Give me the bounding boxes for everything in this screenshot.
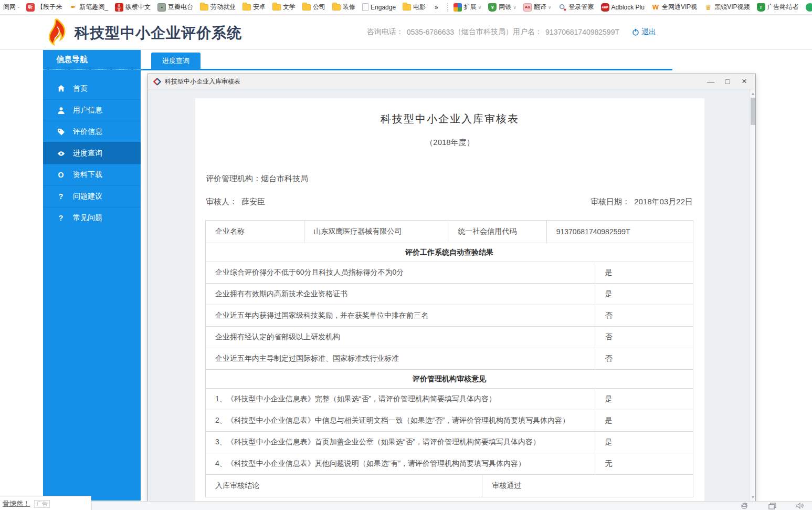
speaker-icon[interactable] — [796, 502, 805, 509]
table-row: 1、《科技型中小企业信息表》完整（如果选“否”，请评价管理机构简要填写具体内容）… — [206, 388, 693, 410]
cell-conclusion-label: 入库审核结论 — [206, 475, 482, 497]
sidebar-item-o-资料下载[interactable]: O资料下载 — [43, 164, 141, 185]
tab-progress-query[interactable]: 进度查询 — [151, 53, 201, 69]
bookmark-label: » — [435, 4, 438, 11]
dialog-scrollbar[interactable]: ▲ ▼ — [750, 89, 755, 501]
bookmark-item[interactable]: 电影 — [403, 3, 426, 12]
dialog-body: 科技型中小企业入库审核表 （2018年度） 评价管理机构：烟台市科技局 审核人：… — [148, 89, 755, 501]
question-icon: ? — [56, 192, 66, 201]
sidebar-item-label: 进度查询 — [73, 149, 102, 158]
bookmark-item[interactable]: 网银∨ — [488, 3, 516, 12]
bookmark-label: 公司 — [313, 3, 325, 12]
bookmark-item[interactable]: 新笔趣阁_ — [69, 3, 108, 12]
scrollbar-thumb[interactable] — [751, 98, 755, 125]
folder-icon — [200, 4, 208, 11]
bookmark-label: 电影 — [413, 3, 426, 12]
bookmark-label: 纵横中文 — [125, 3, 151, 12]
bookmark-item[interactable]: 纵横中文 — [115, 3, 151, 12]
bookmark-item[interactable]: 【段子来 — [26, 3, 62, 12]
sidebar-spacer — [43, 70, 141, 78]
red-ting-icon — [26, 3, 35, 12]
pen-icon — [69, 3, 77, 12]
bookmark-item[interactable] — [806, 3, 809, 12]
section-header-agency-opinion: 评价管理机构审核意见 — [206, 370, 693, 388]
contact-org: （烟台市科技局） — [454, 27, 513, 37]
check-question: 企业拥有有效期内高新技术企业资格证书 — [206, 284, 595, 305]
bookmark-label: 【段子来 — [37, 3, 62, 12]
sidebar-item-question-问题建议[interactable]: ?问题建议 — [43, 185, 141, 207]
sidebar-item-question-常见问题[interactable]: ?常见问题 — [43, 207, 141, 228]
cell-company-name: 山东双鹰医疗器械有限公司 — [304, 221, 448, 243]
check-answer: 是 — [595, 262, 693, 283]
sidebar-item-tag-评价信息[interactable]: 评价信息 — [43, 121, 141, 142]
table-row: 企业拥有有效期内高新技术企业资格证书是 — [206, 283, 693, 305]
bookmark-item[interactable]: 全网通VIP视 — [651, 3, 697, 12]
sidebar-item-eye-进度查询[interactable]: 进度查询 — [43, 142, 141, 164]
window-mode-icon[interactable] — [768, 503, 776, 509]
ad-link[interactable]: 骨悚然！ — [3, 499, 30, 508]
table-row: 企业近五年内主导制定过国际标准、国家标准或行业标准否 — [206, 348, 693, 369]
bookmark-item[interactable]: 公司 — [302, 3, 325, 12]
dialog-titlebar[interactable]: 科技型中小企业入库审核表 — □ × — [148, 74, 755, 89]
bookmark-item[interactable]: 装修 — [332, 3, 355, 12]
contact-phone: 0535-6786633 — [407, 28, 454, 36]
toolbar-separator — [447, 3, 448, 12]
scroll-up-icon[interactable]: ▲ — [750, 90, 755, 97]
bookmark-item[interactable]: 广告终结者 — [757, 3, 799, 12]
document-year: （2018年度） — [195, 138, 704, 148]
logout-link[interactable]: 退出 — [641, 27, 656, 37]
chevron-down-icon: ∨ — [478, 5, 482, 10]
table-row: 企业近五年内获得过国家级科技奖励，并在获奖单位中排在前三名否 — [206, 305, 693, 326]
bookmark-item[interactable]: 翻译∨ — [523, 3, 552, 12]
bookmark-item[interactable]: » — [433, 4, 438, 11]
sidebar-item-user-用户信息[interactable]: 用户信息 — [43, 99, 141, 121]
agency-line: 评价管理机构：烟台市科技局 — [206, 174, 308, 184]
table-row: 企业名称山东双鹰医疗器械有限公司统一社会信用代码9137068174098259… — [206, 221, 693, 243]
shield-t-icon — [757, 3, 765, 12]
bookmarks-bar: 阁网 -【段子来新笔趣阁_纵横中文豆瓣电台劳动就业安卓文学公司装修Engadge… — [0, 0, 812, 15]
tag-icon — [56, 128, 66, 136]
bookmark-item[interactable]: 豆瓣电台 — [157, 3, 193, 12]
sidebar-item-label: 问题建议 — [73, 192, 102, 201]
cell-conclusion-value: 审核通过 — [482, 475, 693, 497]
red-grid-icon — [115, 3, 123, 12]
bookmark-item[interactable]: 登录管家 — [558, 3, 594, 12]
bookmark-item[interactable]: 阁网 - — [1, 3, 19, 12]
document-title: 科技型中小企业入库审核表 — [195, 112, 704, 126]
table-row: 评价管理机构审核意见 — [206, 369, 693, 388]
bookmark-item[interactable]: 扩展∨ — [454, 3, 482, 12]
bookmark-item[interactable]: 劳动就业 — [200, 3, 236, 12]
sidebar-header: 信息导航 — [43, 50, 141, 70]
power-icon — [632, 28, 639, 36]
maximize-icon[interactable]: □ — [722, 76, 733, 87]
chevron-down-icon: ∨ — [548, 5, 552, 10]
sidebar-item-home-首页[interactable]: 首页 — [43, 78, 141, 99]
check-question: 企业综合评价得分不低于60分且科技人员指标得分不为0分 — [206, 262, 595, 283]
bookmark-item[interactable]: Engadge — [362, 3, 396, 11]
cell-company-label: 企业名称 — [206, 221, 304, 243]
bookmark-item[interactable]: 黑锐VIP视频 — [704, 3, 750, 12]
tab-underline — [141, 69, 672, 70]
bookmark-item[interactable]: 文学 — [272, 3, 296, 12]
screen: 阁网 -【段子来新笔趣阁_纵横中文豆瓣电台劳动就业安卓文学公司装修Engadge… — [0, 0, 812, 510]
logout-button[interactable]: 退出 — [632, 27, 656, 37]
scroll-down-icon[interactable]: ▼ — [750, 494, 755, 500]
table-row: 企业综合评价得分不低于60分且科技人员指标得分不为0分是 — [206, 262, 693, 283]
o-icon: O — [56, 171, 66, 179]
check-question: 3、《科技型中小企业信息表》首页加盖企业公章（如果选“否”，请评价管理机构简要填… — [206, 432, 595, 453]
table-row: 2、《科技型中小企业信息表》中信息与相关证明文档一致（如果选“否”，请评价管理机… — [206, 410, 693, 431]
check-answer: 是 — [595, 389, 693, 410]
check-question: 企业近五年内获得过国家级科技奖励，并在获奖单位中排在前三名 — [206, 305, 595, 326]
check-question: 2、《科技型中小企业信息表》中信息与相关证明文档一致（如果选“否”，请评价管理机… — [206, 410, 595, 431]
ie-engine-icon[interactable] — [740, 502, 748, 509]
aa-icon — [523, 3, 532, 12]
folder-icon — [302, 4, 311, 11]
bookmark-item[interactable]: Adblock Plu — [601, 3, 645, 12]
bookmark-item[interactable]: 安卓 — [242, 3, 266, 12]
magnifier-icon — [558, 3, 567, 12]
bookmark-label: 黑锐VIP视频 — [714, 3, 750, 12]
minimize-icon[interactable]: — — [705, 76, 716, 87]
close-icon[interactable]: × — [739, 76, 750, 87]
bookmark-label: 文学 — [283, 3, 296, 12]
table-row: 3、《科技型中小企业信息表》首页加盖企业公章（如果选“否”，请评价管理机构简要填… — [206, 431, 693, 453]
